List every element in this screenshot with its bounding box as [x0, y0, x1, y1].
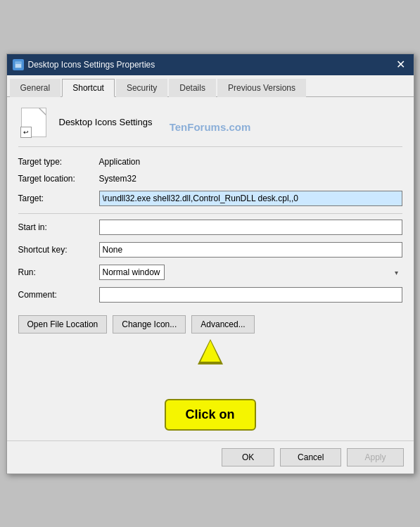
cancel-button[interactable]: Cancel	[280, 448, 341, 466]
run-select-wrapper: Normal window Minimized Maximized ▾	[99, 265, 402, 280]
target-input[interactable]	[99, 191, 402, 206]
target-location-label: Target location:	[18, 174, 99, 184]
svg-rect-1	[15, 64, 21, 68]
run-select[interactable]: Normal window Minimized Maximized	[99, 265, 165, 280]
tab-security[interactable]: Security	[116, 79, 167, 97]
open-file-location-button[interactable]: Open File Location	[18, 315, 108, 334]
close-button[interactable]: ✕	[394, 58, 408, 72]
run-row: Run: Normal window Minimized Maximized ▾	[18, 265, 402, 280]
shortcut-key-row: Shortcut key:	[18, 242, 402, 258]
window-title: Desktop Icons Settings Properties	[28, 60, 394, 70]
action-buttons: Open File Location Change Icon... Advanc…	[18, 315, 402, 334]
apply-button[interactable]: Apply	[347, 448, 403, 466]
target-type-label: Target type:	[18, 157, 99, 167]
tab-general[interactable]: General	[10, 79, 61, 97]
target-row: Target:	[18, 191, 402, 206]
tab-content: ↩ Desktop Icons Settings TenForums.com T…	[7, 97, 414, 440]
start-in-input[interactable]	[99, 220, 402, 235]
file-info: ↩ Desktop Icons Settings TenForums.com	[18, 107, 402, 147]
tab-bar: General Shortcut Security Details Previo…	[7, 75, 414, 97]
comment-row: Comment:	[18, 287, 402, 303]
comment-label: Comment:	[18, 290, 99, 300]
tab-previous-versions[interactable]: Previous Versions	[217, 79, 306, 97]
start-in-label: Start in:	[18, 222, 99, 232]
callout-arrow	[198, 339, 223, 362]
file-icon: ↩	[18, 107, 49, 138]
main-window: Desktop Icons Settings Properties ✕ Gene…	[6, 53, 414, 474]
chevron-down-icon: ▾	[395, 268, 398, 276]
callout-area: Click on	[18, 339, 402, 431]
target-location-value: System32	[99, 174, 136, 184]
shortcut-key-input[interactable]	[99, 242, 402, 258]
window-icon	[13, 59, 24, 70]
separator-1	[18, 213, 402, 214]
callout-text: Click on	[185, 407, 234, 421]
title-bar: Desktop Icons Settings Properties ✕	[7, 54, 414, 75]
advanced-button[interactable]: Advanced...	[191, 315, 254, 334]
bottom-bar: OK Cancel Apply	[7, 440, 414, 474]
tab-details[interactable]: Details	[169, 79, 216, 97]
comment-input[interactable]	[99, 287, 402, 303]
start-in-row: Start in:	[18, 220, 402, 235]
target-type-row: Target type: Application	[18, 157, 402, 167]
change-icon-button[interactable]: Change Icon...	[113, 315, 186, 334]
ok-button[interactable]: OK	[222, 448, 274, 466]
target-label: Target:	[18, 193, 99, 203]
target-location-row: Target location: System32	[18, 174, 402, 184]
file-name: Desktop Icons Settings	[59, 117, 153, 127]
target-type-value: Application	[99, 157, 141, 167]
tab-shortcut[interactable]: Shortcut	[62, 79, 115, 97]
shortcut-key-label: Shortcut key:	[18, 245, 99, 255]
run-label: Run:	[18, 267, 99, 277]
callout-box: Click on	[164, 399, 255, 431]
